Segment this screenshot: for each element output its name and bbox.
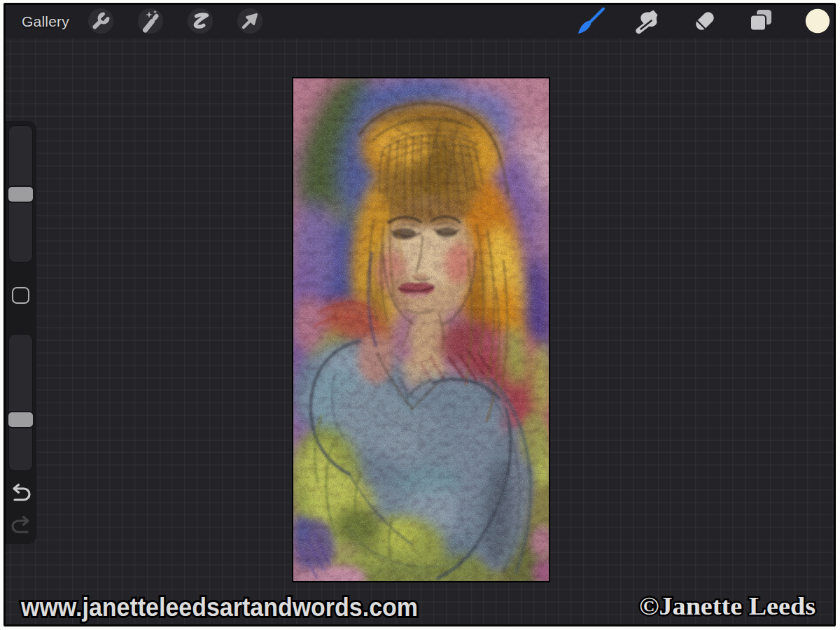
- svg-text:©Janette Leeds: ©Janette Leeds: [639, 592, 816, 620]
- svg-text:www.janetteleedsartandwords.co: www.janetteleedsartandwords.com: [20, 593, 418, 622]
